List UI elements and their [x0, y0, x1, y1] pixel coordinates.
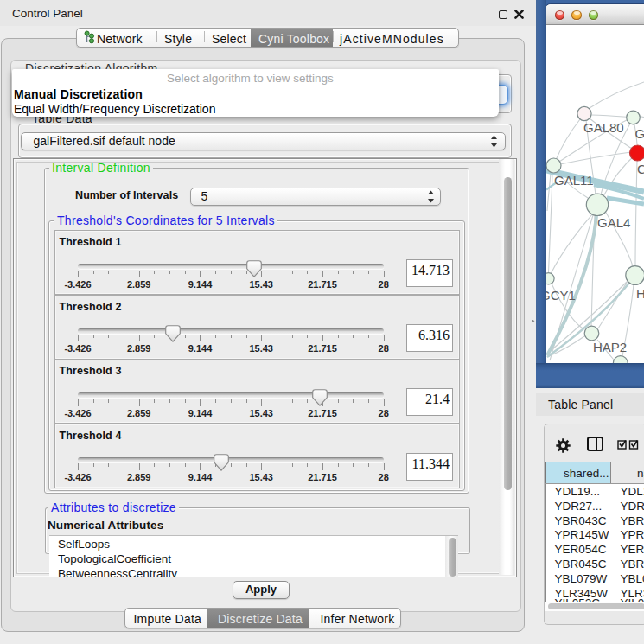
- svg-text:GA: GA: [634, 125, 644, 140]
- svg-text:GAL4: GAL4: [597, 214, 630, 229]
- svg-text:HAP2: HAP2: [593, 339, 627, 354]
- svg-text:H: H: [636, 285, 644, 300]
- svg-text:GCY1: GCY1: [546, 287, 576, 302]
- svg-text:C: C: [637, 161, 644, 175]
- svg-text:GAL80: GAL80: [583, 120, 624, 135]
- svg-text:GAL11: GAL11: [554, 172, 594, 187]
